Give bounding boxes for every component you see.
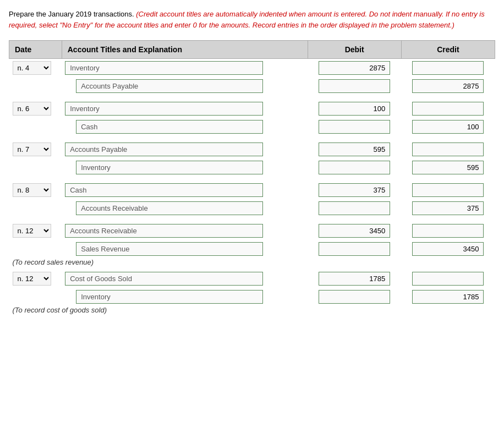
instructions-normal: Prepare the January 2019 transactions. — [9, 10, 136, 18]
date-select[interactable]: n. 6 — [13, 102, 51, 116]
table-row — [9, 77, 495, 95]
table-row: n. 12 — [9, 270, 495, 288]
account-input[interactable] — [76, 290, 263, 304]
date-select[interactable]: n. 12 — [13, 224, 51, 238]
note-text: (To record cost of goods sold) — [9, 306, 495, 317]
account-input[interactable] — [65, 102, 263, 116]
spacer-row — [9, 95, 495, 100]
date-select[interactable]: n. 7 — [13, 142, 51, 156]
account-input[interactable] — [65, 272, 263, 286]
spacer-row — [9, 177, 495, 181]
header-account: Account Titles and Explanation — [62, 41, 308, 59]
table-row — [9, 240, 495, 258]
credit-input[interactable] — [412, 201, 484, 215]
account-input[interactable] — [76, 79, 263, 93]
table-row: n. 6 — [9, 100, 495, 118]
credit-input[interactable] — [412, 61, 484, 75]
header-credit: Credit — [401, 41, 495, 59]
debit-input[interactable] — [319, 272, 390, 286]
account-input[interactable] — [65, 224, 263, 238]
debit-input[interactable] — [319, 242, 390, 256]
debit-input[interactable] — [319, 290, 390, 304]
table-row: n. 7 — [9, 140, 495, 158]
credit-input[interactable] — [412, 102, 484, 116]
debit-input[interactable] — [319, 102, 390, 116]
table-row — [9, 158, 495, 177]
credit-input[interactable] — [412, 290, 484, 304]
table-row — [9, 199, 495, 217]
date-select[interactable]: n. 8 — [13, 183, 51, 197]
table-row — [9, 118, 495, 136]
date-select[interactable]: n. 4 — [13, 61, 51, 75]
credit-input[interactable] — [412, 224, 484, 238]
account-input[interactable] — [65, 183, 263, 197]
account-input[interactable] — [76, 161, 263, 174]
debit-input[interactable] — [319, 61, 390, 75]
header-debit: Debit — [308, 41, 401, 59]
debit-input[interactable] — [319, 142, 390, 156]
date-select[interactable]: n. 12 — [13, 272, 51, 286]
instructions: Prepare the January 2019 transactions. (… — [9, 9, 495, 30]
debit-input[interactable] — [319, 224, 390, 238]
credit-input[interactable] — [412, 142, 484, 156]
table-row: n. 8 — [9, 181, 495, 199]
account-input[interactable] — [76, 201, 263, 215]
debit-input[interactable] — [319, 183, 390, 197]
table-row: n. 4 — [9, 59, 495, 78]
account-input[interactable] — [76, 242, 263, 256]
note-row: (To record cost of goods sold) — [9, 306, 495, 317]
table-row — [9, 288, 495, 306]
debit-input[interactable] — [319, 201, 390, 215]
credit-input[interactable] — [412, 183, 484, 197]
credit-input[interactable] — [412, 272, 484, 286]
debit-input[interactable] — [319, 161, 390, 174]
spacer-row — [9, 136, 495, 140]
credit-input[interactable] — [412, 120, 484, 134]
credit-input[interactable] — [412, 79, 484, 93]
credit-input[interactable] — [412, 242, 484, 256]
note-row: (To record sales revenue) — [9, 258, 495, 270]
credit-input[interactable] — [412, 161, 484, 174]
note-text: (To record sales revenue) — [9, 258, 495, 270]
table-row: n. 12 — [9, 222, 495, 240]
debit-input[interactable] — [319, 120, 390, 134]
account-input[interactable] — [65, 61, 263, 75]
account-input[interactable] — [65, 142, 263, 156]
account-input[interactable] — [76, 120, 263, 134]
header-date: Date — [9, 41, 62, 59]
spacer-row — [9, 217, 495, 222]
debit-input[interactable] — [319, 79, 390, 93]
journal-table: Date Account Titles and Explanation Debi… — [9, 40, 495, 317]
